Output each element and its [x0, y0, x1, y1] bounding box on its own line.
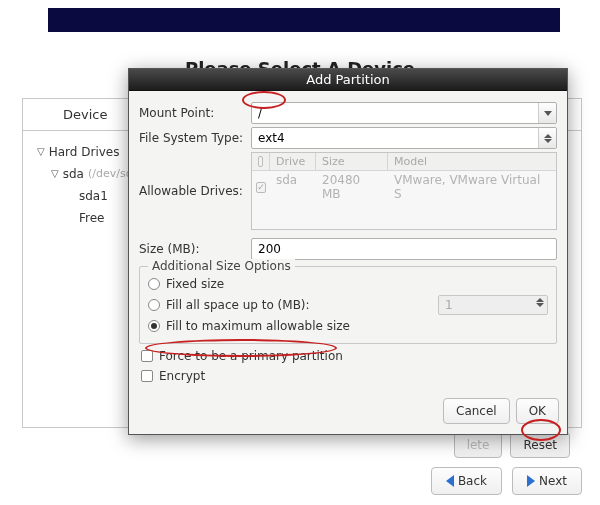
- checkbox-icon: [141, 350, 153, 362]
- dialog-title: Add Partition: [129, 69, 567, 91]
- header-checkbox[interactable]: [258, 156, 263, 167]
- check-encrypt[interactable]: Encrypt: [139, 366, 557, 386]
- cancel-button[interactable]: Cancel: [443, 398, 510, 424]
- col-drive: Drive: [270, 153, 316, 170]
- col-size: Size: [316, 153, 388, 170]
- mount-point-combo[interactable]: [251, 102, 557, 124]
- drive-size: 20480 MB: [316, 171, 388, 203]
- radio-fill-upto[interactable]: Fill all space up to (MB): 1: [148, 293, 548, 317]
- add-partition-dialog: Add Partition Mount Point: File System T…: [128, 68, 568, 435]
- radio-icon: [148, 299, 160, 311]
- chevron-down-icon: [544, 111, 552, 116]
- additional-size-group: Additional Size Options Fixed size Fill …: [139, 266, 557, 344]
- drive-checkbox[interactable]: ✓: [256, 182, 266, 193]
- check-label: Encrypt: [159, 369, 205, 383]
- radio-icon: [148, 278, 160, 290]
- mount-point-label: Mount Point:: [139, 106, 245, 120]
- spin-value: 1: [445, 298, 453, 312]
- checkbox-icon: [141, 370, 153, 382]
- ok-button[interactable]: OK: [516, 398, 559, 424]
- fs-type-spinner-button[interactable]: [538, 128, 556, 148]
- radio-label: Fill to maximum allowable size: [166, 319, 350, 333]
- allowable-drives-label: Allowable Drives:: [139, 152, 245, 230]
- modal-overlay: Add Partition Mount Point: File System T…: [0, 0, 600, 505]
- fs-type-input[interactable]: [251, 127, 557, 149]
- updown-icon: [536, 298, 544, 307]
- fs-type-combo[interactable]: [251, 127, 557, 149]
- drive-model: VMware, VMware Virtual S: [388, 171, 556, 203]
- radio-fixed-size[interactable]: Fixed size: [148, 275, 548, 293]
- drive-name: sda: [270, 171, 316, 203]
- radio-fill-max[interactable]: Fill to maximum allowable size: [148, 317, 548, 335]
- group-title: Additional Size Options: [148, 259, 295, 273]
- radio-label: Fill all space up to (MB):: [166, 298, 310, 312]
- check-label: Force to be a primary partition: [159, 349, 343, 363]
- size-label: Size (MB):: [139, 242, 245, 256]
- col-model: Model: [388, 153, 556, 170]
- updown-icon: [544, 134, 552, 143]
- fs-type-label: File System Type:: [139, 131, 245, 145]
- mount-point-dropdown-button[interactable]: [538, 103, 556, 123]
- check-primary[interactable]: Force to be a primary partition: [139, 346, 557, 366]
- mount-point-input[interactable]: [251, 102, 557, 124]
- size-input[interactable]: [251, 238, 557, 260]
- radio-label: Fixed size: [166, 277, 224, 291]
- allowable-drives-list[interactable]: Drive Size Model ✓ sda 20480 MB VMware, …: [251, 152, 557, 230]
- drive-row[interactable]: ✓ sda 20480 MB VMware, VMware Virtual S: [252, 171, 556, 203]
- radio-icon: [148, 320, 160, 332]
- fill-upto-spinbox: 1: [438, 295, 548, 315]
